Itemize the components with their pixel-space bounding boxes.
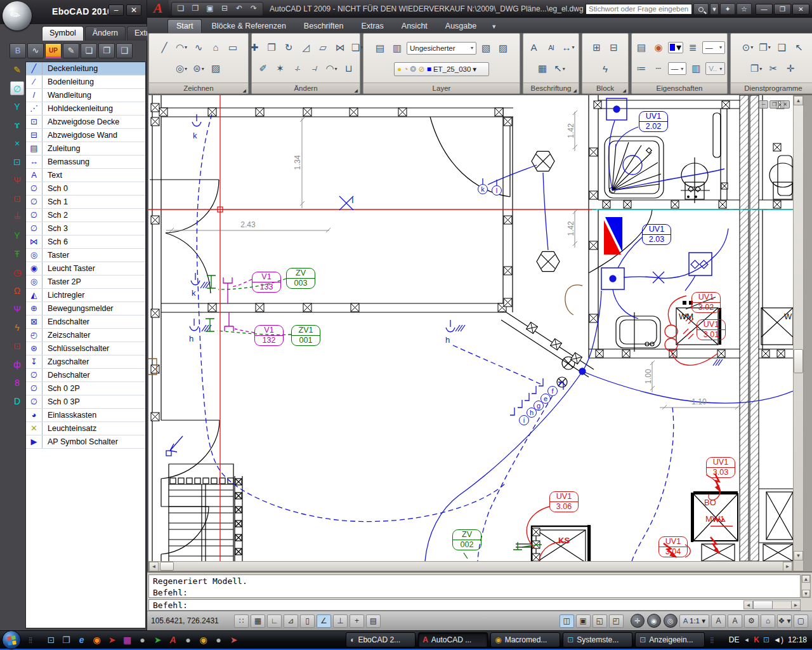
taskbar-button-autocad[interactable]: AAutoCAD ... — [418, 632, 488, 647]
volume-icon[interactable]: ◄) — [773, 635, 783, 644]
search-input[interactable] — [586, 4, 692, 15]
viewport-gear-icon[interactable]: ❂ — [410, 65, 417, 74]
annotation-scale-combo[interactable]: A 1:1 ▾ — [679, 614, 709, 628]
polygon-icon[interactable]: ⌂ — [208, 39, 223, 55]
panel-title-dienstprogramme[interactable]: Dienstprogramme — [731, 83, 812, 93]
ribbon-tab-bl-cke-referenzen[interactable]: Blöcke & Referenzen — [203, 20, 294, 33]
polyline-icon[interactable]: ∿ — [191, 39, 206, 55]
acad-titlebar[interactable]: A ❏❐▣⊟↶↷ AutoCAD LT 2009 - NICHT FÜR DEN… — [147, 0, 812, 18]
autocad-lt-icon[interactable]: A — [167, 633, 180, 646]
scroll-up-icon[interactable]: ▲ — [794, 96, 803, 105]
autocad-logo-icon[interactable]: A — [147, 0, 169, 18]
bell-icon[interactable]: Ω — [10, 284, 24, 298]
symbol-item-bewegungsmelder[interactable]: ⊕Bewegungsmelder — [26, 302, 145, 315]
panel-title-layer[interactable]: Layer — [363, 83, 520, 93]
cmd-scroll-up-icon[interactable]: ▲ — [802, 575, 810, 583]
symbol-item-lichtregler[interactable]: ◭Lichtregler — [26, 289, 145, 302]
table-icon[interactable]: ▦ — [535, 61, 550, 77]
leader-icon[interactable]: ↖▾ — [552, 61, 567, 77]
panel-title-block[interactable]: Block◢ — [582, 83, 628, 93]
clock[interactable]: 12:18 — [788, 635, 807, 644]
layer-iso-icon[interactable]: ▧ — [478, 40, 494, 56]
taskbar-button-macromed[interactable]: ◉Macromed... — [490, 632, 560, 647]
layer-combo[interactable]: ●◔❂⊘■ET_25_030▾ — [394, 62, 489, 76]
doc-restore-icon[interactable]: ❐ — [769, 100, 779, 109]
eight-box-icon[interactable]: 8 — [10, 376, 24, 390]
lineweight-combo[interactable]: —▾ — [702, 41, 725, 54]
freeze-sun-icon[interactable]: ◔ — [403, 65, 408, 74]
layer-color-swatch[interactable]: ■ — [427, 65, 431, 74]
block-attr-icon[interactable]: ϟ — [598, 61, 613, 77]
dyn-toggle[interactable]: ⊥ — [333, 614, 348, 628]
pan-button[interactable]: ✛ — [631, 614, 645, 628]
dimension-icon[interactable]: ↔▾ — [561, 39, 576, 55]
socket-15-icon[interactable]: Ψ — [10, 173, 24, 187]
symbol-item-zugschalter[interactable]: ↧Zugschalter — [26, 355, 145, 369]
osnap-toggle[interactable]: ▯ — [300, 614, 315, 628]
bold-b-icon[interactable]: B — [10, 43, 26, 58]
erase-icon[interactable]: ✐ — [256, 61, 271, 77]
cut-icon[interactable]: ✂ — [766, 61, 781, 77]
join-icon[interactable]: ⊔ — [341, 61, 357, 77]
switch-icon[interactable]: ∅ — [10, 81, 24, 95]
fillet-icon[interactable]: ◠▾ — [324, 61, 339, 77]
ortho-toggle[interactable]: ∟ — [267, 614, 282, 628]
kaspersky-icon[interactable]: K — [754, 635, 759, 644]
junction-box-icon[interactable]: ⊡ — [10, 155, 24, 169]
layer-props-icon[interactable]: ▥ — [390, 40, 405, 56]
steeringwheel-button[interactable]: ◎ — [664, 614, 678, 628]
scroll-left-icon[interactable]: ◄ — [149, 562, 159, 571]
aero-icon[interactable]: ▦ — [121, 633, 134, 646]
double-switch-icon[interactable]: ɤ — [10, 118, 24, 132]
match-props-icon[interactable]: ≔ — [634, 61, 649, 77]
macromedia-icon[interactable]: ◉ — [197, 633, 210, 646]
scale-icon[interactable]: ▱ — [315, 39, 331, 55]
rotate-icon[interactable]: ↻ — [281, 39, 296, 55]
create-block-icon[interactable]: ⊟ — [606, 39, 622, 55]
green-pointer-icon[interactable]: ➤ — [152, 633, 164, 646]
command-input[interactable]: Befehl: — [148, 599, 801, 611]
up-layer-icon[interactable]: UP — [45, 43, 62, 58]
annotation-a-button[interactable]: A — [711, 614, 726, 628]
green-outlet-icon[interactable]: Y — [10, 229, 24, 242]
copy-clip-icon[interactable]: ❐▾ — [757, 39, 773, 55]
symbol-item-endschalter[interactable]: ⊠Endschalter — [26, 315, 145, 329]
s-box-icon[interactable]: ϟ — [10, 321, 24, 335]
otrack-toggle[interactable]: ∠ — [317, 614, 331, 628]
communication-center-icon[interactable]: ✦ — [720, 3, 735, 15]
lock-ui-button[interactable]: ⌂ — [761, 614, 775, 628]
gray-app2-icon[interactable]: ● — [182, 633, 195, 646]
linetype-icon[interactable]: ┄ — [651, 61, 666, 77]
quickselect-icon[interactable]: ✛ — [783, 61, 798, 77]
firefox-icon[interactable]: ◉ — [91, 633, 103, 646]
symbol-item-deckenleitung[interactable]: ╱Deckenleitung — [26, 62, 145, 76]
red-arrow-icon[interactable]: ➤ — [228, 633, 240, 646]
drawing-canvas[interactable]: ─❐✕ UV12.02UV12.03V1133ZV003V1132ZV1001U… — [148, 95, 793, 561]
red-box-icon[interactable]: ⊡ — [10, 339, 24, 353]
print-icon[interactable]: ⊟ — [218, 3, 231, 15]
symbol-item-ap-symbol-schalter[interactable]: ▶AP Symbol Schalter — [26, 435, 145, 449]
horizontal-scrollbar[interactable] — [148, 561, 793, 571]
command-history[interactable]: Regeneriert Modell.Befehl: — [148, 574, 801, 598]
autocad-red-icon[interactable]: ➤ — [106, 633, 119, 646]
gray-app3-icon[interactable]: ● — [213, 633, 225, 646]
paste-icon[interactable]: ❒▾ — [749, 61, 764, 77]
symbol-item-sch-3[interactable]: ∅Sch 3 — [26, 222, 145, 235]
color-wheel-icon[interactable]: ◉ — [651, 39, 666, 55]
panel-title-eigenschaften[interactable]: Eigenschaften — [632, 83, 727, 93]
color-combo[interactable]: ▾ — [668, 42, 683, 53]
ribbon-tab-ausgabe[interactable]: Ausgabe — [437, 20, 485, 33]
symbol-item-schlüsselschalter[interactable]: ⊛Schlüsselschalter — [26, 342, 145, 355]
clock-icon[interactable]: ◷ — [10, 265, 24, 279]
trim2-icon[interactable]: -/- — [290, 61, 305, 77]
text-icon[interactable]: A — [527, 39, 542, 55]
minimize-button[interactable]: — — [756, 4, 773, 15]
zoom-button[interactable]: ◉ — [647, 614, 661, 628]
symbol-item-sch-0[interactable]: ∅Sch 0 — [26, 182, 145, 196]
cmd-left-icon[interactable]: ◄ — [743, 600, 753, 609]
plotstyle-icon[interactable]: ▥ — [688, 61, 704, 77]
panel-title-beschriftung[interactable]: Beschriftung◢ — [523, 83, 579, 93]
cmd-hthumb[interactable] — [753, 600, 773, 609]
curve-icon[interactable]: ∿ — [27, 43, 44, 58]
symbol-item-hohldeckenleitung[interactable]: ⋰Hohldeckenleitung — [26, 102, 145, 116]
